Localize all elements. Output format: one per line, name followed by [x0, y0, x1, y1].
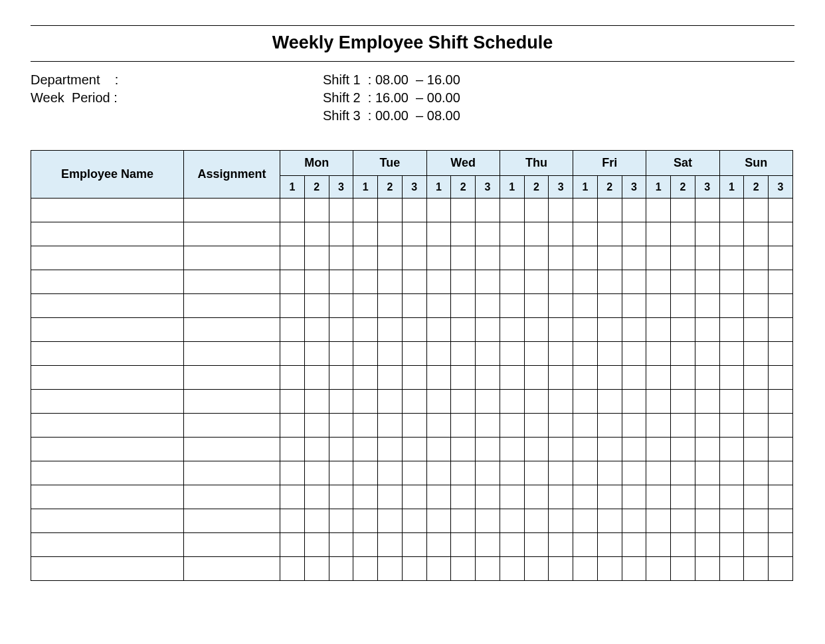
cell-shift[interactable] [280, 294, 305, 318]
cell-shift[interactable] [476, 199, 500, 222]
cell-shift[interactable] [549, 366, 573, 390]
cell-shift[interactable] [646, 294, 671, 318]
cell-shift[interactable] [646, 390, 671, 414]
cell-shift[interactable] [378, 342, 403, 366]
cell-shift[interactable] [744, 246, 769, 270]
cell-shift[interactable] [426, 199, 451, 222]
cell-shift[interactable] [353, 438, 378, 461]
cell-shift[interactable] [476, 246, 500, 270]
cell-shift[interactable] [378, 533, 403, 557]
cell-shift[interactable] [622, 509, 646, 533]
cell-shift[interactable] [769, 509, 793, 533]
cell-shift[interactable] [573, 509, 598, 533]
cell-employee-name[interactable] [31, 222, 184, 246]
cell-shift[interactable] [476, 318, 500, 342]
cell-shift[interactable] [304, 366, 329, 390]
cell-shift[interactable] [549, 509, 573, 533]
cell-shift[interactable] [476, 461, 500, 485]
cell-shift[interactable] [597, 533, 622, 557]
cell-shift[interactable] [402, 390, 426, 414]
cell-assignment[interactable] [184, 485, 280, 509]
cell-shift[interactable] [304, 533, 329, 557]
cell-shift[interactable] [549, 390, 573, 414]
cell-shift[interactable] [426, 270, 451, 294]
cell-shift[interactable] [500, 557, 524, 581]
cell-employee-name[interactable] [31, 438, 184, 461]
cell-employee-name[interactable] [31, 509, 184, 533]
cell-shift[interactable] [451, 294, 476, 318]
cell-shift[interactable] [719, 414, 744, 438]
cell-shift[interactable] [622, 222, 646, 246]
cell-shift[interactable] [304, 438, 329, 461]
cell-shift[interactable] [329, 366, 353, 390]
cell-shift[interactable] [524, 461, 549, 485]
cell-shift[interactable] [671, 270, 695, 294]
cell-shift[interactable] [671, 294, 695, 318]
cell-shift[interactable] [524, 246, 549, 270]
cell-shift[interactable] [622, 414, 646, 438]
cell-shift[interactable] [719, 533, 744, 557]
cell-shift[interactable] [426, 414, 451, 438]
cell-shift[interactable] [304, 342, 329, 366]
cell-shift[interactable] [573, 390, 598, 414]
cell-assignment[interactable] [184, 318, 280, 342]
cell-shift[interactable] [524, 485, 549, 509]
cell-shift[interactable] [402, 246, 426, 270]
cell-shift[interactable] [719, 485, 744, 509]
cell-shift[interactable] [573, 557, 598, 581]
cell-shift[interactable] [304, 199, 329, 222]
cell-shift[interactable] [549, 222, 573, 246]
cell-assignment[interactable] [184, 414, 280, 438]
cell-shift[interactable] [329, 222, 353, 246]
cell-shift[interactable] [500, 414, 524, 438]
cell-shift[interactable] [500, 533, 524, 557]
cell-shift[interactable] [451, 390, 476, 414]
cell-shift[interactable] [769, 557, 793, 581]
cell-shift[interactable] [329, 294, 353, 318]
cell-shift[interactable] [597, 246, 622, 270]
cell-shift[interactable] [719, 222, 744, 246]
cell-shift[interactable] [451, 461, 476, 485]
cell-shift[interactable] [524, 318, 549, 342]
cell-shift[interactable] [426, 533, 451, 557]
cell-shift[interactable] [769, 390, 793, 414]
cell-shift[interactable] [744, 270, 769, 294]
cell-shift[interactable] [402, 270, 426, 294]
cell-shift[interactable] [329, 533, 353, 557]
cell-shift[interactable] [378, 509, 403, 533]
cell-shift[interactable] [622, 485, 646, 509]
cell-shift[interactable] [524, 366, 549, 390]
cell-shift[interactable] [500, 342, 524, 366]
cell-shift[interactable] [524, 557, 549, 581]
cell-shift[interactable] [549, 294, 573, 318]
cell-shift[interactable] [671, 342, 695, 366]
cell-shift[interactable] [719, 438, 744, 461]
cell-shift[interactable] [524, 342, 549, 366]
cell-shift[interactable] [622, 270, 646, 294]
cell-shift[interactable] [304, 461, 329, 485]
cell-shift[interactable] [646, 533, 671, 557]
cell-shift[interactable] [280, 461, 305, 485]
cell-shift[interactable] [451, 270, 476, 294]
cell-shift[interactable] [573, 533, 598, 557]
cell-shift[interactable] [500, 294, 524, 318]
cell-assignment[interactable] [184, 533, 280, 557]
cell-shift[interactable] [353, 557, 378, 581]
cell-employee-name[interactable] [31, 461, 184, 485]
cell-shift[interactable] [500, 509, 524, 533]
cell-shift[interactable] [353, 342, 378, 366]
cell-shift[interactable] [329, 199, 353, 222]
cell-shift[interactable] [451, 533, 476, 557]
cell-shift[interactable] [476, 342, 500, 366]
cell-shift[interactable] [304, 318, 329, 342]
cell-shift[interactable] [353, 390, 378, 414]
cell-shift[interactable] [646, 485, 671, 509]
cell-shift[interactable] [353, 461, 378, 485]
cell-shift[interactable] [597, 461, 622, 485]
cell-shift[interactable] [280, 270, 305, 294]
cell-shift[interactable] [573, 246, 598, 270]
cell-shift[interactable] [597, 438, 622, 461]
cell-shift[interactable] [378, 199, 403, 222]
cell-shift[interactable] [378, 557, 403, 581]
cell-shift[interactable] [329, 438, 353, 461]
